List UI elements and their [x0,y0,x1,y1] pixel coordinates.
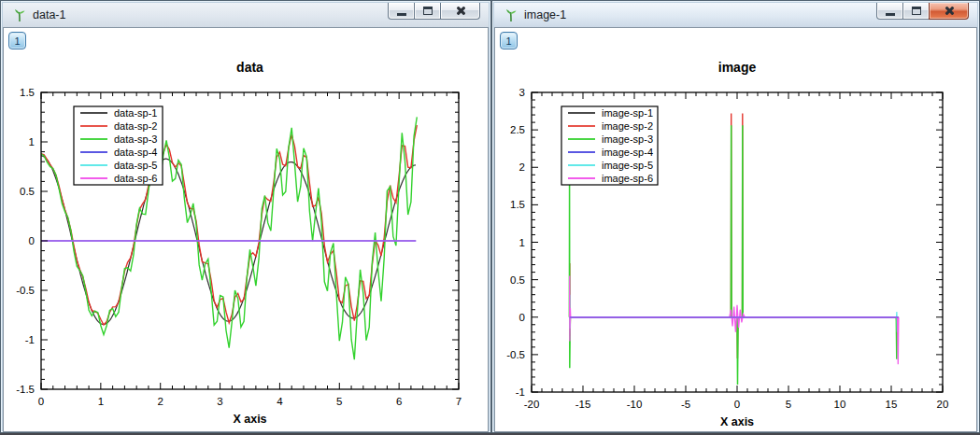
y-tick-label: 2 [519,161,525,173]
y-tick-label: 1 [29,136,35,147]
x-tick-label: 2 [158,396,163,407]
legend-label-data-sp-1: data-sp-1 [114,107,157,119]
x-tick-label: 0 [734,399,740,410]
window-title: data-1 [33,8,65,21]
x-tick-label: -5 [681,399,690,410]
x-tick-label: -20 [524,399,540,410]
x-tick-label: 6 [396,396,402,407]
x-tick-label: 20 [937,399,949,410]
window-title: image-1 [524,8,566,21]
minimize-icon [886,13,895,16]
y-tick-label: -0.5 [506,349,525,360]
plot-title: image [718,60,757,75]
y-tick-label: -1 [25,334,35,345]
plot-title: data [236,60,263,75]
legend-label-image-sp-5: image-sp-5 [602,160,653,171]
legend-label-data-sp-2: data-sp-2 [114,120,157,132]
legend-label-data-sp-3: data-sp-3 [114,133,157,145]
x-tick-label: 4 [277,396,283,407]
x-axis-label: X axis [720,415,754,428]
legend-label-data-sp-6: data-sp-6 [114,173,157,184]
legend-label-image-sp-1: image-sp-1 [602,107,653,119]
minimize-button[interactable] [876,3,903,20]
x-tick-label: 10 [834,399,846,410]
y-tick-label: 1 [519,237,525,248]
y-tick-label: 0.5 [20,186,35,197]
x-tick-label: 0 [38,396,44,407]
close-button[interactable] [929,3,969,20]
titlebar-data-1[interactable]: data-1 [3,3,489,27]
page-tab-1[interactable]: 1 [500,32,518,49]
x-axis-label: X axis [233,413,266,426]
x-tick-label: -15 [575,399,591,410]
x-tick-label: 1 [98,396,104,407]
plot-page-image: 1 image-20-15-10-50510152032.521.510.50-… [494,27,977,432]
titlebar-image-1[interactable]: image-1 [494,3,977,27]
x-tick-label: 5 [336,396,342,407]
restore-button[interactable] [414,3,441,20]
x-tick-label: 3 [217,396,222,407]
legend-label-image-sp-2: image-sp-2 [602,120,653,132]
close-icon [455,6,466,16]
x-tick-label: 5 [786,399,791,410]
x-tick-label: 7 [456,396,462,407]
window-image-1: image-1 1 image-20-15-10-50510152032.521… [491,0,980,433]
legend-label-data-sp-5: data-sp-5 [114,160,157,171]
legend-label-image-sp-3: image-sp-3 [602,133,653,145]
y-tick-label: 2.5 [510,124,525,135]
x-tick-label: -10 [627,399,643,410]
plot-page-data: 1 data012345671.510.50-0.5-1-1.5X axisda… [3,27,489,432]
y-tick-label: -1 [516,386,525,398]
minimize-icon [397,13,406,16]
page-tab-1[interactable]: 1 [8,32,26,49]
restore-icon [423,7,433,15]
window-data-1: data-1 1 data012345671.510.50-0.5-1-1.5X… [0,0,491,433]
restore-button[interactable] [902,3,930,20]
y-tick-label: -1.5 [16,384,35,395]
legend-label-data-sp-4: data-sp-4 [114,147,157,158]
restore-icon [912,7,921,15]
y-tick-label: 3 [519,87,525,98]
minimize-button[interactable] [388,3,415,20]
sprout-icon[interactable] [504,7,518,22]
y-tick-label: 1.5 [510,199,525,210]
close-button[interactable] [440,3,480,20]
sprout-icon[interactable] [12,7,27,22]
legend-label-image-sp-4: image-sp-4 [602,147,653,158]
data-plot[interactable]: data012345671.510.50-0.5-1-1.5X axisdata… [4,28,489,431]
close-icon [944,6,955,16]
y-tick-label: 1.5 [20,87,35,98]
legend-label-image-sp-6: image-sp-6 [602,173,653,184]
x-tick-label: 15 [886,399,898,410]
image-plot[interactable]: image-20-15-10-50510152032.521.510.50-0.… [495,28,977,431]
y-tick-label: 0 [29,235,35,246]
y-tick-label: -0.5 [16,285,35,296]
y-tick-label: 0.5 [510,274,525,286]
y-tick-label: 0 [519,312,525,323]
